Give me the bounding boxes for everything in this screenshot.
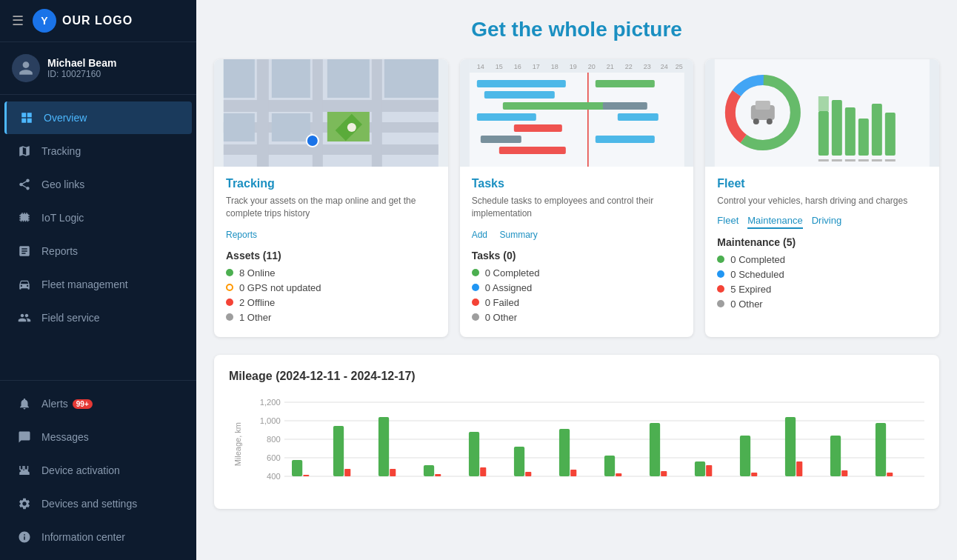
sidebar-item-field-service[interactable]: Field service <box>4 301 192 334</box>
svg-rect-80 <box>379 417 389 476</box>
chart-icon <box>16 243 33 259</box>
sidebar-item-reports[interactable]: Reports <box>4 235 192 267</box>
svg-rect-38 <box>481 136 521 143</box>
map-icon <box>16 143 33 159</box>
sidebar-item-label: Field service <box>41 312 100 324</box>
tracking-map-preview <box>214 59 448 167</box>
sidebar-item-label: Reports <box>41 245 78 257</box>
svg-text:600: 600 <box>267 453 281 462</box>
hamburger-icon[interactable]: ☰ <box>12 13 24 29</box>
sidebar-item-iot-logic[interactable]: IoT Logic <box>4 201 192 234</box>
sidebar-header: ☰ Y OUR LOGO <box>0 0 196 42</box>
svg-rect-12 <box>224 113 255 141</box>
svg-rect-89 <box>570 470 576 476</box>
tasks-stat-other: 0 Other <box>472 312 682 323</box>
svg-rect-3 <box>224 144 439 155</box>
svg-rect-41 <box>596 80 655 87</box>
svg-text:18: 18 <box>551 63 558 70</box>
sidebar-item-information-center[interactable]: Information center <box>4 521 192 553</box>
sidebar-item-devices-settings[interactable]: Devices and settings <box>4 487 192 520</box>
tasks-label: Tasks (0) <box>472 250 682 261</box>
svg-rect-92 <box>650 423 660 476</box>
svg-rect-34 <box>484 91 555 99</box>
page-title: Get the whole picture <box>214 18 939 41</box>
svg-rect-76 <box>292 460 302 476</box>
svg-rect-63 <box>858 159 869 161</box>
nav-section: Overview Tracking Geo links IoT Logic <box>0 95 196 380</box>
fleet-tab-maintenance[interactable]: Maintenance <box>747 215 802 229</box>
svg-rect-56 <box>845 107 856 156</box>
fleet-visual-preview <box>705 59 939 167</box>
svg-rect-36 <box>477 113 536 121</box>
sidebar-item-messages[interactable]: Messages <box>4 421 192 453</box>
tracking-card-body: Tracking Track your assets on the map on… <box>214 167 448 337</box>
tracking-stat-other: 1 Other <box>226 312 436 323</box>
svg-rect-82 <box>424 465 434 476</box>
svg-rect-85 <box>480 467 486 476</box>
tracking-title: Tracking <box>226 177 436 190</box>
mileage-card: Mileage (2024-12-11 - 2024-12-17) Mileag… <box>214 355 939 509</box>
fleet-tab-driving[interactable]: Driving <box>812 215 841 229</box>
svg-rect-39 <box>596 136 655 143</box>
svg-text:24: 24 <box>661 63 668 70</box>
fleet-desc: Control your vehicles, harsh driving and… <box>717 195 927 207</box>
svg-rect-1 <box>224 100 439 112</box>
outline-dot <box>226 284 233 291</box>
tasks-desc: Schedule tasks to employees and control … <box>472 195 682 220</box>
sidebar-item-overview[interactable]: Overview <box>4 101 192 134</box>
tracking-stat-online: 8 Online <box>226 267 436 279</box>
tasks-stat-failed: 0 Failed <box>472 297 682 308</box>
svg-rect-90 <box>604 456 615 476</box>
plug-icon <box>16 462 33 479</box>
fleet-stat-expired: 5 Expired <box>717 284 927 295</box>
sidebar-item-tracking[interactable]: Tracking <box>4 135 192 167</box>
tasks-stat-completed: 0 Completed <box>472 267 682 279</box>
sidebar-item-geo-links[interactable]: Geo links <box>4 168 192 201</box>
svg-rect-40 <box>499 147 566 154</box>
sidebar-item-device-activation[interactable]: Device activation <box>4 454 192 487</box>
sidebar-bottom: Alerts 99+ Messages Device activation De… <box>0 380 196 560</box>
svg-text:14: 14 <box>477 63 484 70</box>
message-icon <box>16 429 33 445</box>
sidebar-item-alerts[interactable]: Alerts 99+ <box>4 387 192 420</box>
fleet-tab-fleet[interactable]: Fleet <box>717 215 738 229</box>
svg-rect-88 <box>559 429 570 476</box>
sidebar-item-label: Devices and settings <box>41 498 137 510</box>
svg-rect-77 <box>303 475 309 476</box>
svg-rect-95 <box>706 465 712 476</box>
svg-rect-33 <box>477 80 566 87</box>
svg-text:800: 800 <box>267 435 281 444</box>
gray-dot <box>717 300 724 307</box>
user-name: Michael Beam <box>47 57 116 69</box>
tasks-add-link[interactable]: Add <box>472 230 487 240</box>
svg-rect-65 <box>885 159 896 161</box>
blue-dot <box>472 284 479 291</box>
tracking-reports-link[interactable]: Reports <box>226 230 257 240</box>
svg-rect-103 <box>887 473 893 476</box>
svg-rect-4 <box>257 59 269 167</box>
mileage-title: Mileage (2024-12-11 - 2024-12-17) <box>229 370 924 383</box>
tasks-gantt-preview: 14 15 16 17 18 19 20 21 22 23 24 25 <box>460 59 694 167</box>
svg-rect-99 <box>796 461 802 476</box>
svg-text:23: 23 <box>644 63 651 70</box>
svg-rect-79 <box>344 469 350 476</box>
svg-rect-53 <box>818 111 829 156</box>
logo-text: OUR LOGO <box>62 14 133 27</box>
svg-rect-97 <box>751 473 757 476</box>
fleet-card: Fleet Control your vehicles, harsh drivi… <box>705 59 939 337</box>
svg-rect-43 <box>618 113 658 121</box>
bell-icon <box>16 396 33 412</box>
sidebar-item-fleet-management[interactable]: Fleet management <box>4 268 192 301</box>
svg-text:19: 19 <box>570 63 577 70</box>
svg-rect-10 <box>384 59 439 98</box>
alerts-badge: 99+ <box>73 399 93 409</box>
red-dot <box>226 299 233 306</box>
svg-rect-59 <box>885 113 896 156</box>
tasks-card: 14 15 16 17 18 19 20 21 22 23 24 25 <box>460 59 694 337</box>
tracking-desc: Track your assets on the map online and … <box>226 195 436 220</box>
svg-rect-61 <box>832 159 842 161</box>
sidebar: ☰ Y OUR LOGO Michael Beam ID: 10027160 O… <box>0 0 196 560</box>
maintenance-label: Maintenance (5) <box>717 236 927 248</box>
tasks-summary-link[interactable]: Summary <box>499 230 537 240</box>
svg-rect-81 <box>390 469 396 476</box>
